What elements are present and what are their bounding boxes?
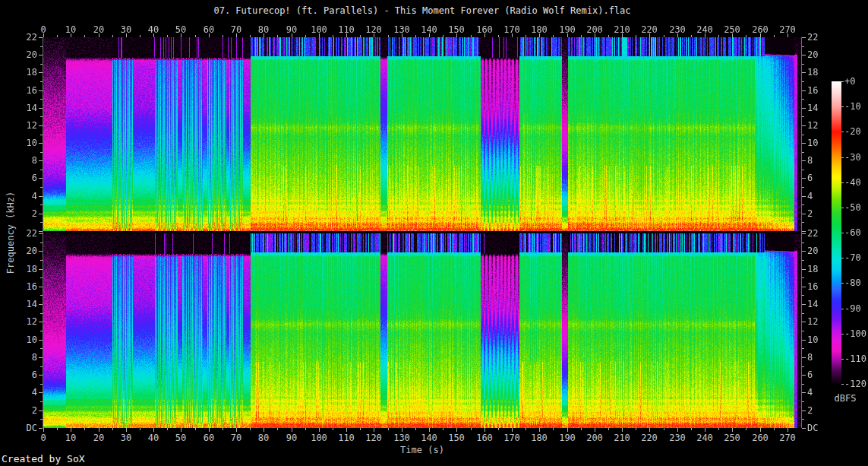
freq-minor-tick: [40, 222, 43, 223]
time-minor-tick: [195, 35, 196, 37]
time-tick: [374, 428, 374, 432]
time-tick-label: 100: [304, 25, 334, 34]
freq-tick-label: 18: [807, 265, 832, 274]
time-tick-label: 150: [441, 433, 472, 442]
freq-minor-tick: [40, 64, 43, 65]
freq-minor-tick: [802, 135, 804, 135]
colorbar-tick-label: -50: [844, 203, 868, 212]
freq-tick-label: 14: [807, 300, 832, 309]
time-tick-label: 110: [331, 433, 361, 442]
freq-tick-label: 4: [807, 388, 832, 397]
time-tick: [595, 428, 595, 432]
colorbar-tick: [841, 359, 844, 360]
time-tick-label: 200: [579, 433, 610, 442]
right-axis-line: [801, 37, 802, 428]
colorbar-tick-label: -40: [844, 178, 868, 187]
freq-tick-label: 18: [12, 68, 37, 77]
freq-tick: [39, 143, 43, 144]
time-tick-label: 140: [414, 433, 444, 442]
freq-tick-label: 16: [12, 86, 37, 95]
freq-tick: [39, 428, 43, 429]
freq-tick-label: 14: [807, 103, 832, 113]
freq-tick-label: 8: [807, 353, 832, 362]
colorbar-tick: [841, 157, 844, 158]
freq-minor-tick: [802, 401, 804, 402]
time-tick: [456, 428, 457, 432]
freq-minor-tick: [40, 99, 43, 100]
freq-tick: [802, 160, 806, 161]
colorbar-tick: [841, 384, 844, 385]
freq-tick-label: 14: [12, 300, 37, 309]
time-tick-label: 80: [248, 433, 279, 442]
colorbar-gradient: [832, 81, 841, 384]
time-tick-label: 30: [111, 433, 141, 442]
colorbar-tick-label: -110: [844, 354, 868, 363]
freq-tick-label: 2: [12, 406, 37, 415]
time-axis-title: Time (s): [384, 445, 460, 455]
time-tick-label: 260: [745, 25, 775, 34]
freq-tick: [802, 304, 806, 305]
time-tick-label: 50: [166, 433, 196, 442]
freq-minor-tick: [802, 419, 804, 420]
time-tick-label: 40: [138, 433, 169, 442]
freq-tick: [39, 108, 43, 109]
freq-tick: [802, 143, 806, 144]
freq-tick-label: 4: [807, 192, 832, 201]
freq-tick-label: 6: [807, 370, 832, 379]
spectrogram-channel-left: [43, 37, 801, 231]
time-tick: [181, 428, 181, 432]
freq-tick: [39, 231, 43, 232]
colorbar-tick: [841, 81, 844, 82]
time-tick-label: 10: [55, 25, 86, 34]
time-minor-tick: [388, 35, 389, 37]
freq-minor-tick: [802, 222, 804, 223]
time-minor-tick: [636, 35, 636, 37]
time-tick-label: 100: [304, 433, 334, 442]
time-tick-label: 220: [634, 25, 664, 34]
freq-tick-label: DC: [12, 423, 37, 433]
freq-minor-tick: [40, 46, 43, 47]
time-minor-tick: [608, 428, 609, 430]
freq-tick: [39, 287, 43, 287]
freq-tick-label: 2: [12, 209, 37, 218]
freq-minor-tick: [802, 187, 804, 188]
time-minor-tick: [581, 35, 582, 37]
freq-minor-tick: [40, 204, 43, 205]
freq-minor-tick: [40, 331, 43, 331]
time-minor-tick: [443, 35, 443, 37]
freq-tick: [39, 160, 43, 161]
time-tick-label: 80: [248, 25, 279, 34]
freq-tick-label: 8: [807, 156, 832, 165]
time-minor-tick: [140, 35, 140, 37]
freq-tick-label: 6: [807, 173, 832, 182]
freq-tick: [39, 55, 43, 55]
time-tick: [429, 428, 430, 432]
freq-minor-tick: [40, 419, 43, 420]
freq-minor-tick: [802, 204, 804, 205]
time-tick: [732, 428, 733, 432]
colorbar-tick: [841, 258, 844, 258]
freq-tick-label: 18: [12, 265, 37, 274]
freq-tick-label: 2: [807, 406, 832, 415]
time-minor-tick: [746, 35, 746, 37]
time-minor-tick: [664, 35, 664, 37]
freq-tick-label: 6: [12, 370, 37, 379]
freq-tick-label: 12: [12, 121, 37, 130]
time-minor-tick: [718, 428, 719, 430]
freq-minor-tick: [40, 366, 43, 367]
time-tick-label: 110: [331, 25, 361, 34]
freq-tick: [39, 196, 43, 197]
time-minor-tick: [84, 35, 85, 37]
freq-tick: [802, 231, 806, 232]
track-title: 07. Futurecop! (ft. Parallels) - This Mo…: [43, 6, 801, 15]
freq-tick: [39, 357, 43, 358]
time-minor-tick: [140, 428, 140, 430]
freq-tick-label: 22: [807, 33, 832, 42]
freq-minor-tick: [802, 46, 804, 47]
freq-tick: [802, 90, 806, 91]
time-tick: [346, 428, 347, 432]
freq-minor-tick: [40, 170, 43, 170]
time-tick-label: 270: [772, 433, 803, 442]
freq-tick-label: 16: [12, 282, 37, 291]
freq-minor-tick: [802, 64, 804, 65]
